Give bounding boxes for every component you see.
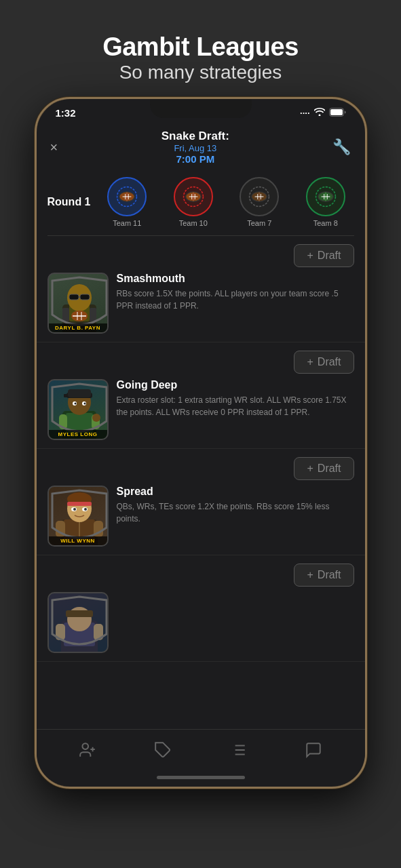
team-11: Team 11 [107, 177, 147, 227]
nav-tag[interactable] [154, 741, 172, 759]
myles-badge: MYLES LONG [49, 430, 107, 439]
team-7-label: Team 7 [247, 219, 271, 227]
strategies-list: + Draft [37, 236, 365, 773]
draft-going-deep-button[interactable]: + Draft [294, 351, 354, 374]
signal-icon: ···· [300, 108, 309, 118]
svg-point-58 [84, 508, 87, 511]
status-time: 1:32 [56, 107, 76, 119]
daryl-badge: DARYL B. PAYN [49, 323, 107, 332]
strategy-name-3: Spread [117, 486, 354, 498]
page-subtitle: So many strategies [55, 62, 347, 83]
vol-down-button [35, 313, 36, 353]
team-10-label: Team 10 [179, 219, 208, 227]
vol-up-button [35, 262, 36, 302]
strategy-desc-1: RBs score 1.5X the points. ALL players o… [117, 288, 354, 312]
strategy-spread: + Draft [37, 449, 365, 555]
strategy-info-2: Going Deep Extra roster slot: 1 extra st… [117, 379, 354, 418]
status-icons: ···· [300, 108, 345, 119]
svg-rect-28 [80, 294, 90, 300]
home-indicator [157, 776, 245, 779]
svg-rect-54 [67, 502, 92, 506]
draft-time: 7:00 PM [161, 153, 229, 165]
svg-rect-24 [62, 308, 69, 321]
strategy-body-3: WILL WYNN Spread QBs, WRs, TEs score 1.2… [47, 486, 354, 547]
team-7-avatar [240, 177, 279, 216]
plus-icon-1: + [307, 250, 313, 262]
draft-spread-button[interactable]: + Draft [294, 457, 354, 480]
settings-icon[interactable]: 🔧 [332, 138, 351, 156]
team-10: Team 10 [174, 177, 213, 227]
draft-btn-row-4: + Draft [47, 564, 354, 587]
strategy-going-deep: + Draft [37, 342, 365, 449]
header-center: Snake Draft: Fri, Aug 13 7:00 PM [161, 130, 229, 165]
character-4 [47, 592, 109, 653]
notch [150, 99, 252, 118]
team-10-avatar [174, 177, 213, 216]
page-title: Gambit Leagues [55, 33, 347, 62]
draft-btn-row-2: + Draft [47, 351, 354, 374]
app-content: × Snake Draft: Fri, Aug 13 7:00 PM 🔧 Rou… [37, 124, 365, 783]
round-row: Round 1 [37, 173, 365, 235]
draft-label-2: Draft [318, 356, 341, 368]
team-8-avatar [306, 177, 345, 216]
svg-rect-41 [68, 389, 91, 397]
plus-icon-4: + [307, 569, 313, 581]
team-7: Team 7 [240, 177, 279, 227]
strategy-info-1: Smashmouth RBs score 1.5X the points. AL… [117, 273, 354, 312]
strategy-smashmouth: + Draft [37, 236, 365, 342]
svg-rect-64 [66, 610, 93, 617]
strategy-body-4 [47, 592, 354, 653]
phone-screen: 1:32 ···· [37, 99, 365, 787]
draft-label-4: Draft [318, 569, 341, 581]
svg-point-44 [74, 403, 76, 405]
team-11-avatar [107, 177, 147, 216]
draft-4-button[interactable]: + Draft [294, 564, 354, 587]
power-button [366, 269, 367, 323]
team-11-label: Team 11 [113, 219, 141, 227]
svg-point-57 [73, 508, 76, 511]
svg-point-65 [82, 743, 88, 749]
character-will: WILL WYNN [47, 486, 109, 547]
draft-date: Fri, Aug 13 [161, 143, 229, 153]
nav-chat[interactable] [305, 741, 322, 759]
strategy-body-2: MYLES LONG Going Deep Extra roster slot:… [47, 379, 354, 440]
svg-rect-25 [90, 308, 96, 321]
plus-icon-3: + [307, 462, 313, 475]
character-daryl: DARYL B. PAYN [47, 273, 109, 334]
draft-label-1: Draft [318, 250, 341, 262]
plus-icon-2: + [307, 356, 313, 368]
header-bar: × Snake Draft: Fri, Aug 13 7:00 PM 🔧 [37, 124, 365, 173]
character-myles: MYLES LONG [47, 379, 109, 440]
svg-rect-1 [330, 109, 343, 115]
nav-add-person[interactable] [79, 741, 96, 759]
nav-list[interactable] [229, 741, 247, 759]
draft-smashmouth-button[interactable]: + Draft [294, 244, 354, 267]
strategy-4: + Draft [37, 555, 365, 662]
wifi-icon [314, 108, 325, 118]
strategy-desc-3: QBs, WRs, TEs score 1.2X the points. RBs… [117, 500, 354, 525]
strategy-info-3: Spread QBs, WRs, TEs score 1.2X the poin… [117, 486, 354, 525]
strategy-name-2: Going Deep [117, 379, 354, 391]
bottom-nav [37, 729, 365, 783]
close-button[interactable]: × [50, 140, 58, 155]
team-8: Team 8 [306, 177, 345, 227]
phone-frame: 1:32 ···· [35, 97, 367, 789]
svg-rect-40 [64, 394, 68, 397]
draft-title: Snake Draft: [161, 130, 229, 143]
svg-point-45 [83, 403, 85, 405]
svg-point-46 [92, 414, 100, 422]
strategy-desc-2: Extra roster slot: 1 extra starting WR s… [117, 394, 354, 418]
will-badge: WILL WYNN [49, 536, 107, 545]
svg-rect-27 [69, 294, 79, 300]
page-wrapper: Gambit Leagues So many strategies 1:32 ·… [35, 0, 367, 789]
battery-icon [329, 108, 346, 119]
strategy-name-1: Smashmouth [117, 273, 354, 285]
draft-btn-row-3: + Draft [47, 457, 354, 480]
draft-label-3: Draft [318, 462, 341, 475]
teams-list: Team 11 [99, 177, 354, 227]
team-8-label: Team 8 [313, 219, 338, 227]
round-label: Round 1 [47, 196, 94, 208]
page-header: Gambit Leagues So many strategies [35, 0, 367, 97]
draft-btn-row-1: + Draft [47, 244, 354, 267]
strategy-body-1: DARYL B. PAYN Smashmouth RBs score 1.5X … [47, 273, 354, 334]
